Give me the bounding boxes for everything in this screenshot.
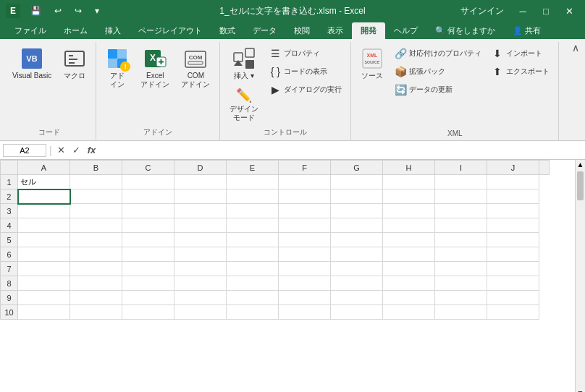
minimize-button[interactable]: ─ (513, 1, 533, 21)
undo-button[interactable]: ↩ (49, 3, 67, 19)
properties-button[interactable]: ☰ プロパティ (265, 45, 346, 62)
source-button[interactable]: XML source ソース (355, 43, 389, 84)
row-header-10[interactable]: 10 (1, 305, 18, 320)
cancel-formula-icon[interactable]: ✕ (55, 145, 67, 155)
cell-J1[interactable] (487, 175, 539, 189)
col-header-D[interactable]: D (174, 161, 227, 175)
tab-view[interactable]: 表示 (319, 22, 352, 39)
com-addin-button[interactable]: COM COMアドイン (176, 43, 215, 93)
cell-D2[interactable] (174, 189, 227, 204)
row-header-9[interactable]: 9 (1, 291, 18, 305)
col-header-E[interactable]: E (227, 161, 279, 175)
tab-review[interactable]: 校閲 (285, 22, 319, 39)
macro-button[interactable]: マクロ (58, 43, 91, 84)
update-data-button[interactable]: 🔄 データの更新 (390, 81, 486, 98)
excel-app-icon: E (6, 4, 20, 18)
col-header-A[interactable]: A (18, 161, 70, 175)
excel-addin-button[interactable]: X Excelアドイン (135, 43, 174, 93)
cell-J2[interactable] (487, 189, 539, 204)
scroll-track[interactable] (576, 170, 585, 388)
expand-pack-button[interactable]: 📦 拡張パック (390, 63, 486, 80)
com-addin-label: COMアドイン (181, 72, 210, 89)
col-header-H[interactable]: H (383, 161, 435, 175)
maximize-button[interactable]: □ (536, 1, 556, 21)
ribbon-group-xml-content: XML source ソース 🔗 対応付けのプロパティ 📦 拡張パック (355, 43, 554, 128)
cell-D1[interactable] (174, 175, 227, 189)
row-header-2[interactable]: 2 (1, 189, 18, 204)
cell-E2[interactable] (227, 189, 279, 204)
insert-function-icon[interactable]: fx (85, 145, 98, 155)
visual-basic-button[interactable]: VB Visual Basic (7, 43, 56, 84)
cell-H2[interactable] (383, 189, 435, 204)
row-header-3[interactable]: 3 (1, 204, 18, 218)
cell-I2[interactable] (435, 189, 487, 204)
corner-header (1, 161, 18, 175)
col-header-B[interactable]: B (70, 161, 122, 175)
scroll-down-arrow[interactable]: ▼ (576, 388, 585, 392)
row-header-7[interactable]: 7 (1, 262, 18, 276)
formula-input[interactable] (101, 146, 582, 155)
scroll-up-arrow[interactable]: ▲ (576, 160, 585, 170)
redo-button[interactable]: ↪ (69, 3, 88, 19)
row-header-5[interactable]: 5 (1, 233, 18, 247)
design-mode-button[interactable]: ✏️ デザインモード (224, 84, 264, 126)
excel-addin-icon: X (143, 47, 167, 70)
tab-insert[interactable]: 挿入 (96, 22, 130, 39)
cell-reference-input[interactable] (3, 144, 46, 157)
ribbon-collapse-button[interactable]: ∧ (569, 41, 582, 55)
tab-formulas[interactable]: 数式 (211, 22, 244, 39)
import-button[interactable]: ⬇ インポート (487, 45, 554, 62)
tab-page-layout[interactable]: ページレイアウト (130, 22, 211, 39)
cell-A3[interactable] (18, 204, 70, 218)
cell-E1[interactable] (227, 175, 279, 189)
col-header-G[interactable]: G (331, 161, 383, 175)
row-header-6[interactable]: 6 (1, 247, 18, 262)
insert-control-button[interactable]: 挿入 ▾ (227, 43, 261, 84)
cell-G2[interactable] (331, 189, 383, 204)
cell-B2[interactable] (70, 189, 122, 204)
spreadsheet-area[interactable]: A B C D E F G H I J 1 セル (0, 160, 575, 392)
close-button[interactable]: ✕ (559, 1, 579, 21)
cell-B1[interactable] (70, 175, 122, 189)
tab-what[interactable]: 🔍 何をしますか (426, 22, 504, 39)
table-row: 4 (1, 218, 550, 233)
controls-group-label: コントロール (224, 126, 346, 139)
tab-file[interactable]: ファイル (6, 22, 55, 39)
view-code-button[interactable]: { } コードの表示 (265, 63, 346, 80)
row-header-4[interactable]: 4 (1, 218, 18, 233)
tab-home[interactable]: ホーム (55, 22, 96, 39)
sheet-table: A B C D E F G H I J 1 セル (0, 160, 550, 320)
cell-A2[interactable] (18, 189, 70, 204)
com-addin-icon: COM (184, 47, 207, 70)
tab-developer[interactable]: 開発 (352, 22, 385, 39)
sign-in-button[interactable]: サインイン (455, 2, 510, 20)
row-header-8[interactable]: 8 (1, 276, 18, 291)
cell-A1[interactable]: セル (18, 175, 70, 189)
save-button[interactable]: 💾 (25, 3, 47, 19)
cell-I1[interactable] (435, 175, 487, 189)
confirm-formula-icon[interactable]: ✓ (70, 145, 83, 155)
row-header-1[interactable]: 1 (1, 175, 18, 189)
cell-G1[interactable] (331, 175, 383, 189)
map-properties-button[interactable]: 🔗 対応付けのプロパティ (390, 45, 486, 62)
tab-help[interactable]: ヘルプ (385, 22, 426, 39)
cell-F2[interactable] (279, 189, 331, 204)
cell-F1[interactable] (279, 175, 331, 189)
col-header-I[interactable]: I (435, 161, 487, 175)
col-header-J[interactable]: J (487, 161, 539, 175)
dialog-run-button[interactable]: ▶ ダイアログの実行 (265, 81, 346, 98)
scroll-thumb[interactable] (577, 171, 584, 200)
cell-H1[interactable] (383, 175, 435, 189)
quick-access-dropdown[interactable]: ▾ (89, 3, 105, 19)
vertical-scrollbar[interactable]: ▲ ▼ (575, 160, 585, 392)
cell-C2[interactable] (122, 189, 174, 204)
share-button[interactable]: 👤 共有 (504, 22, 550, 39)
cell-C1[interactable] (122, 175, 174, 189)
expand-pack-label: 拡張パック (409, 67, 445, 77)
export-button[interactable]: ⬆ エクスポート (487, 63, 554, 80)
col-header-F[interactable]: F (279, 161, 331, 175)
tab-data[interactable]: データ (244, 22, 285, 39)
col-header-C[interactable]: C (122, 161, 174, 175)
dialog-run-icon: ▶ (269, 84, 281, 95)
addin-button[interactable]: ! アドイン (101, 43, 134, 93)
